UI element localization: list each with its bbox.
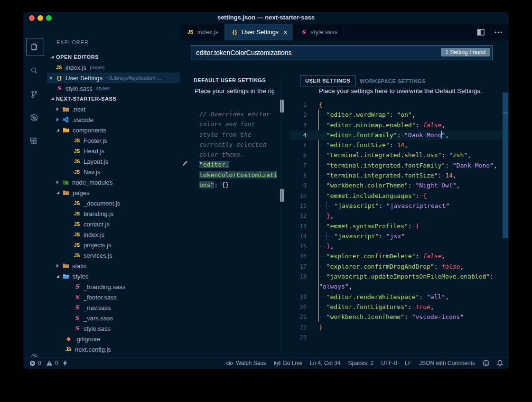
tab-user-settings[interactable]: USER SETTINGS (300, 75, 355, 86)
code-line[interactable]: 18··"javascript.updateImportsOnFileMove.… (289, 271, 503, 281)
status-live-sass-quick[interactable] (63, 360, 67, 366)
status-watch-sass[interactable]: Watch Sass (226, 360, 266, 366)
chevron-expanded-icon (56, 191, 59, 194)
code-line[interactable]: 20··"editor.fontLigatures":·true, (289, 302, 503, 312)
tab-user-settings[interactable]: { }User Settings× (224, 24, 293, 40)
tree-item[interactable]: .gitignore (47, 334, 180, 344)
code-line[interactable]: 1{ (289, 100, 503, 110)
status-notifications[interactable] (497, 360, 503, 366)
tree-item[interactable]: S_branding.sass (47, 281, 180, 292)
code-line[interactable]: 8··"terminal.integrated.fontSize":·14, (289, 170, 503, 180)
eye-icon (226, 361, 233, 366)
panel-divider[interactable] (281, 76, 281, 352)
editor-scrollbar[interactable] (503, 93, 508, 238)
tree-item[interactable]: .next (47, 104, 180, 114)
activity-explorer[interactable] (26, 38, 44, 56)
tab-index-js[interactable]: JSindex.js (180, 24, 224, 40)
open-editor-item[interactable]: JSindex.jspages (47, 62, 180, 73)
code-line[interactable]: 17··"explorer.confirmDragAndDrop":·false… (289, 262, 503, 271)
tree-item[interactable]: components (47, 125, 180, 135)
code-line[interactable]: 15··}, (289, 241, 503, 251)
status-go-live[interactable]: Go Live (274, 360, 302, 366)
tree-item[interactable]: pages (47, 187, 180, 198)
line-content: ··"editor.minimap.enabled":·false, (319, 122, 445, 129)
code-line[interactable]: 10··"emmet.includeLanguages":·{ (289, 191, 503, 201)
code-line[interactable]: "always", (289, 281, 503, 291)
tree-item[interactable]: JScontact.js (47, 219, 180, 229)
tree-item[interactable]: S_nav.sass (47, 302, 180, 313)
activity-search[interactable] (26, 62, 44, 80)
code-line[interactable]: 6··"terminal.integrated.shell.osx":·"zsh… (289, 150, 503, 160)
line-content: ··"editor.wordWrap":·"on", (319, 111, 416, 118)
tree-item[interactable]: JSHead.js (47, 146, 180, 156)
default-code-line: "editor. (199, 159, 281, 169)
status-language-mode[interactable]: JSON with Comments (419, 360, 475, 366)
edit-pencil-icon[interactable] (181, 159, 189, 169)
status-indentation[interactable]: Spaces: 2 (348, 360, 373, 366)
open-editor-item[interactable]: Sstyle.sassstyles (47, 83, 180, 93)
code-line[interactable]: 19··"editor.renderWhitespace":·"all", (289, 292, 503, 302)
user-settings-editor[interactable]: 1{2··"editor.wordWrap":·"on",3··"editor.… (289, 100, 503, 342)
tree-item[interactable]: npmnode_modules (47, 177, 180, 187)
split-editor-button[interactable] (476, 28, 487, 36)
tree-item[interactable]: JSNav.js (47, 167, 180, 177)
tree-item-label: pages (73, 189, 89, 196)
activity-debug[interactable] (26, 109, 44, 127)
js-icon: JS (73, 149, 81, 154)
code-line[interactable]: 7··"terminal.integrated.fontFamily":·"Da… (289, 160, 503, 170)
tree-item[interactable]: JS_document.js (47, 198, 180, 208)
code-line[interactable]: 12··}, (289, 211, 503, 221)
more-actions-button[interactable] (494, 31, 505, 34)
tree-item[interactable]: JSprojects.js (47, 240, 180, 250)
line-number: 23 (289, 333, 307, 343)
sass-icon: S (73, 304, 81, 311)
sass-icon: S (55, 85, 63, 92)
tree-item[interactable]: S_vars.sass (47, 313, 180, 323)
code-line[interactable]: 4··"editor.fontFamily":·"Dank·Mono", (289, 130, 503, 140)
tree-item[interactable]: JSindex.js (47, 229, 180, 240)
tab-workspace-settings[interactable]: WORKSPACE SETTINGS (360, 78, 426, 84)
status-errors[interactable]: 0 (29, 360, 41, 366)
code-line[interactable]: 21··"workbench.iconTheme":·"vscode-icons… (289, 312, 503, 322)
tree-item[interactable]: JSFooter.js (47, 135, 180, 146)
tree-item[interactable]: styles (47, 271, 180, 281)
tree-item[interactable]: JSbranding.js (47, 208, 180, 219)
code-line[interactable]: 16··"explorer.confirmDelete":·false, (289, 251, 503, 261)
tree-item[interactable]: S_footer.sass (47, 292, 180, 302)
tree-item[interactable]: static (47, 261, 180, 271)
code-line[interactable]: 23 (289, 332, 503, 342)
code-line[interactable]: 22} (289, 322, 503, 332)
code-line[interactable]: 11····"javascript":·"javascriptreact" (289, 201, 503, 211)
project-header[interactable]: NEXT-STARTER-SASS (47, 93, 180, 104)
tree-item-label: .gitignore (75, 336, 100, 343)
tab-close-icon[interactable]: × (283, 28, 287, 36)
close-editor-icon[interactable]: × (47, 75, 55, 82)
open-editors-header[interactable]: OPEN EDITORS (47, 52, 180, 62)
status-cursor-position[interactable]: Ln 4, Col 34 (310, 360, 341, 366)
code-line[interactable]: 3··"editor.minimap.enabled":·false, (289, 120, 503, 130)
activity-extensions[interactable] (26, 132, 44, 150)
tree-item[interactable]: JSservices.js (47, 250, 180, 261)
activity-source-control[interactable] (26, 85, 44, 103)
open-editor-item[interactable]: ×{ }User Settings~/Library/Application .… (47, 73, 180, 83)
status-encoding[interactable]: UTF-8 (381, 360, 397, 366)
code-line[interactable]: 14····"javascript":·"jsx" (289, 231, 503, 241)
default-settings-editor[interactable]: // Overrides editorcolors and fontstyle … (199, 109, 281, 190)
tab-style-sass[interactable]: Sstyle.sass (293, 24, 344, 40)
code-line[interactable]: 9··"workbench.colorTheme":·"Night·Owl", (289, 180, 503, 190)
status-warnings[interactable]: 0 (46, 360, 58, 366)
title-bar[interactable]: settings.json — next-starter-sass (23, 12, 509, 24)
chevron-collapsed-icon (56, 264, 59, 268)
tree-item[interactable]: .vscode (47, 114, 180, 125)
status-feedback[interactable] (483, 360, 489, 366)
line-content: ····"javascript":·"javascriptreact" (319, 202, 449, 209)
status-eol[interactable]: LF (405, 360, 411, 366)
vscode-icon (61, 116, 70, 123)
code-line[interactable]: 2··"editor.wordWrap":·"on", (289, 110, 503, 120)
tree-item[interactable]: Sstyle.sass (47, 323, 180, 334)
tree-item[interactable]: JSLayout.js (47, 156, 180, 167)
error-circle-icon (29, 360, 36, 366)
tree-item[interactable]: JSnext.config.js (47, 344, 180, 355)
code-line[interactable]: 13··"emmet.syntaxProfiles":·{ (289, 221, 503, 231)
code-line[interactable]: 5··"editor.fontSize":·14, (289, 140, 503, 150)
